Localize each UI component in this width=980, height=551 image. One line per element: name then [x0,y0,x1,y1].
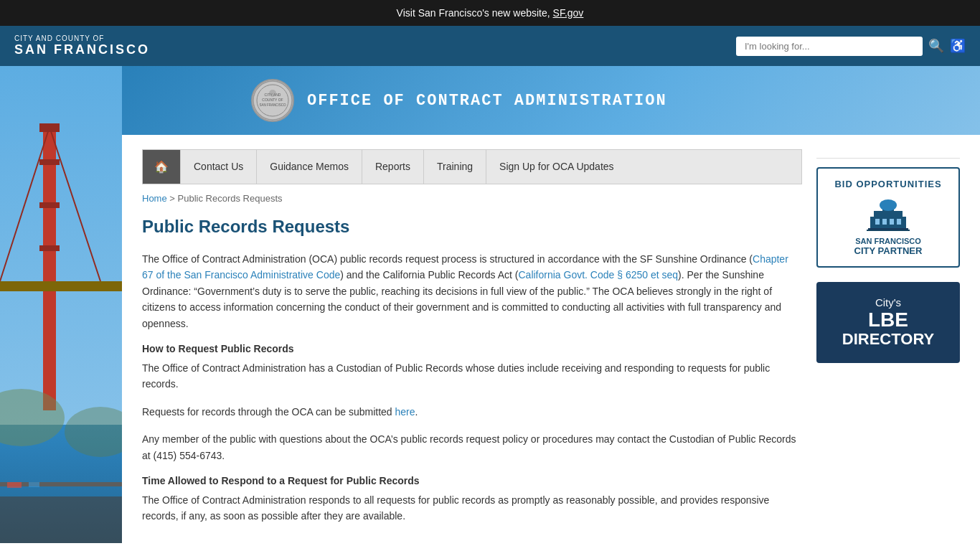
svg-rect-5 [39,202,60,208]
top-banner: Visit San Francisco's new website, SF.go… [0,0,980,26]
svg-rect-14 [7,482,22,488]
bid-opportunities-widget[interactable]: BID OPPORTUNITIES [816,167,960,268]
section2-heading: Time Allowed to Respond to a Request for… [142,475,802,486]
city-name: San Francisco [14,42,150,57]
search-input[interactable] [736,37,923,56]
nav-training[interactable]: Training [423,150,486,184]
accessibility-icon[interactable]: ♿ [950,38,966,54]
directory-label: DIRECTORY [826,330,950,349]
hero-image [0,66,122,543]
header-search-area: 🔍 ♿ [736,37,966,56]
sfgov-link[interactable]: SF.gov [553,7,584,19]
department-seal: CITY AND COUNTY OF SAN FRANCISCO [251,79,294,122]
sidebar: BID OPPORTUNITIES [816,135,960,543]
page-title: Public Records Requests [142,217,802,237]
nav-reports[interactable]: Reports [362,150,423,184]
breadcrumb-separator: > [169,193,175,204]
breadcrumb-home-link[interactable]: Home [142,193,167,204]
svg-rect-6 [39,245,60,251]
breadcrumb-current: Public Records Requests [178,193,283,204]
nav-sign-up[interactable]: Sign Up for OCA Updates [486,150,627,184]
svg-rect-9 [0,281,122,291]
lbe-directory-widget[interactable]: City's LBE DIRECTORY [816,282,960,363]
govt-code-link[interactable]: California Govt. Code § 6250 et seq [519,269,679,281]
section1-para2: Requests for records through the OCA can… [142,404,802,420]
city-label: City and County of [14,34,150,42]
svg-rect-2 [43,123,56,410]
page-wrapper: CITY AND COUNTY OF SAN FRANCISCO Office … [0,66,980,543]
svg-rect-4 [39,159,60,165]
dept-title: Office of Contract Administration [307,92,667,110]
svg-rect-31 [867,230,910,231]
citys-label: City's [826,296,950,309]
home-icon: 🏠 [154,160,169,174]
here-link[interactable]: here [395,406,415,418]
section1-para1: The Office of Contract Administration ha… [142,360,802,392]
svg-rect-13 [0,496,122,543]
svg-rect-15 [29,482,39,487]
section1-para3: Any member of the public with questions … [142,431,802,463]
nav-guidance-memos[interactable]: Guidance Memos [256,150,362,184]
breadcrumb: Home > Public Records Requests [142,184,802,209]
bid-opportunities-title: BID OPPORTUNITIES [828,179,948,189]
intro-paragraph: The Office of Contract Administration (O… [142,251,802,331]
main-layout: 🏠 Contact Us Guidance Memos Reports Trai… [128,135,974,543]
bid-building-icon [867,195,910,231]
svg-text:COUNTY OF: COUNTY OF [262,98,283,102]
svg-text:SAN FRANCISCO: SAN FRANCISCO [259,103,286,107]
svg-rect-26 [875,219,880,225]
svg-rect-29 [897,219,901,225]
section1-heading: How to Request Public Records [142,343,802,354]
site-header: City and County of San Francisco 🔍 ♿ [0,26,980,66]
search-button[interactable]: 🔍 [928,38,944,54]
content-wrapper: CITY AND COUNTY OF SAN FRANCISCO Office … [122,66,980,543]
lbe-label: LBE [826,310,950,330]
dept-header: CITY AND COUNTY OF SAN FRANCISCO Office … [122,66,980,135]
content-area: 🏠 Contact Us Guidance Memos Reports Trai… [142,135,802,543]
city-partner-label: CITY PARTNER [828,245,948,256]
top-banner-text: Visit San Francisco's new website, [397,7,553,19]
svg-rect-28 [890,219,894,225]
svg-rect-27 [882,219,887,225]
nav-bar: 🏠 Contact Us Guidance Memos Reports Trai… [142,149,802,184]
site-logo: City and County of San Francisco [14,34,150,57]
sf-label: SAN FRANCISCO [828,237,948,245]
section2-para: The Office of Contract Administration re… [142,492,802,524]
svg-point-25 [880,199,897,211]
svg-rect-0 [0,66,122,425]
sidebar-divider-top [816,158,960,159]
svg-point-21 [269,90,276,97]
nav-contact-us[interactable]: Contact Us [180,150,256,184]
nav-home-button[interactable]: 🏠 [143,150,180,184]
page-content: Public Records Requests The Office of Co… [142,209,802,543]
